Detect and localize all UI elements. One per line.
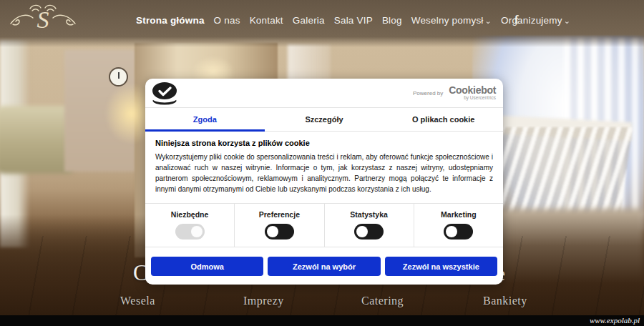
toggle-marketing[interactable]	[444, 224, 473, 239]
site-logo[interactable]: S	[9, 2, 77, 38]
toggle-label: Marketing	[441, 210, 477, 219]
allow-selection-button[interactable]: Zezwól na wybór	[268, 257, 380, 276]
nav-item-organizujemy[interactable]: Organizujemy ⌄	[501, 15, 570, 26]
category-wesela: Wesela	[120, 295, 155, 307]
consent-toggles: Niezbędne Preferencje Statystyka Marketi…	[145, 203, 503, 247]
powered-by-label: Powered by	[413, 90, 443, 97]
category-imprezy: Imprezy	[243, 295, 284, 307]
facebook-icon[interactable]: f	[514, 13, 519, 27]
category-bankiety: Bankiety	[483, 295, 527, 307]
top-navigation: S Strona główna O nas Kontakt Galeria Sa…	[0, 0, 644, 40]
tab-o-plikach-cookie[interactable]: O plikach cookie	[384, 108, 503, 131]
nav-item-weselny-pomysl[interactable]: Weselny pomysł ⌄	[411, 15, 492, 26]
nav-item-strona-glowna[interactable]: Strona główna	[136, 15, 205, 26]
page: S Strona główna O nas Kontakt Galeria Sa…	[0, 0, 644, 326]
category-catering: Catering	[361, 295, 404, 307]
deny-button[interactable]: Odmowa	[151, 257, 263, 276]
toggle-cell-statystyka: Statystyka	[324, 204, 414, 247]
toggle-cell-marketing: Marketing	[414, 204, 503, 247]
cookie-consent-dialog: Powered by Cookiebot by Usercentrics Zgo…	[145, 79, 503, 285]
nav-item-blog[interactable]: Blog	[382, 15, 402, 26]
toggle-preferencje[interactable]	[265, 224, 294, 239]
toggle-cell-niezbedne: Niezbędne	[145, 204, 234, 247]
toggle-statystyka[interactable]	[354, 224, 384, 239]
cookie-description: Wykorzystujemy pliki cookie do spersonal…	[155, 152, 493, 194]
chevron-down-icon: ⌄	[485, 17, 492, 25]
nav-item-sala-vip[interactable]: Sala VIP	[334, 15, 373, 26]
watermark-bar: www.expolab.pl	[0, 315, 644, 326]
cookiebot-wordmark: Cookiebot	[449, 85, 496, 95]
cookiebot-badge-icon	[151, 82, 180, 105]
nav-item-kontakt[interactable]: Kontakt	[250, 15, 283, 26]
wall-clock	[109, 67, 128, 87]
cookiebot-sub: by Usercentrics	[464, 96, 496, 101]
nav-item-label: Organizujemy	[501, 15, 562, 26]
nav-item-label: Weselny pomysł	[411, 15, 484, 26]
main-menu: Strona główna O nas Kontakt Galeria Sala…	[0, 15, 570, 26]
tab-zgoda[interactable]: Zgoda	[145, 108, 265, 131]
watermark-text: www.expolab.pl	[590, 315, 640, 326]
cookie-heading: Niniejsza strona korzysta z plików cooki…	[155, 139, 493, 147]
toggle-niezbedne	[175, 224, 205, 239]
powered-by: Powered by Cookiebot by Usercentrics	[413, 85, 496, 101]
logo-letter: S	[37, 6, 49, 33]
toggle-knob	[356, 226, 368, 237]
toggle-knob	[446, 226, 457, 237]
chevron-down-icon: ⌄	[564, 17, 570, 25]
dialog-body: Niniejsza strona korzysta z plików cooki…	[145, 132, 503, 199]
allow-all-button[interactable]: Zezwól na wszystkie	[385, 257, 497, 276]
dialog-tabs: Zgoda Szczegóły O plikach cookie	[145, 108, 503, 132]
toggle-cell-preferencje: Preferencje	[234, 204, 323, 247]
toggle-label: Statystyka	[350, 210, 388, 219]
hero-categories: Wesela Imprezy Catering Bankiety	[0, 295, 644, 310]
nav-item-o-nas[interactable]: O nas	[214, 15, 240, 26]
dialog-buttons: Odmowa Zezwól na wybór Zezwól na wszystk…	[145, 252, 503, 285]
toggle-knob	[191, 226, 203, 237]
toggle-label: Niezbędne	[171, 210, 209, 219]
cookiebot-logo: Cookiebot by Usercentrics	[449, 85, 496, 101]
dialog-header: Powered by Cookiebot by Usercentrics	[145, 79, 503, 108]
tab-szczegoly[interactable]: Szczegóły	[265, 108, 384, 131]
toggle-knob	[267, 226, 278, 237]
nav-item-galeria[interactable]: Galeria	[293, 15, 325, 26]
toggle-label: Preferencje	[259, 210, 300, 219]
